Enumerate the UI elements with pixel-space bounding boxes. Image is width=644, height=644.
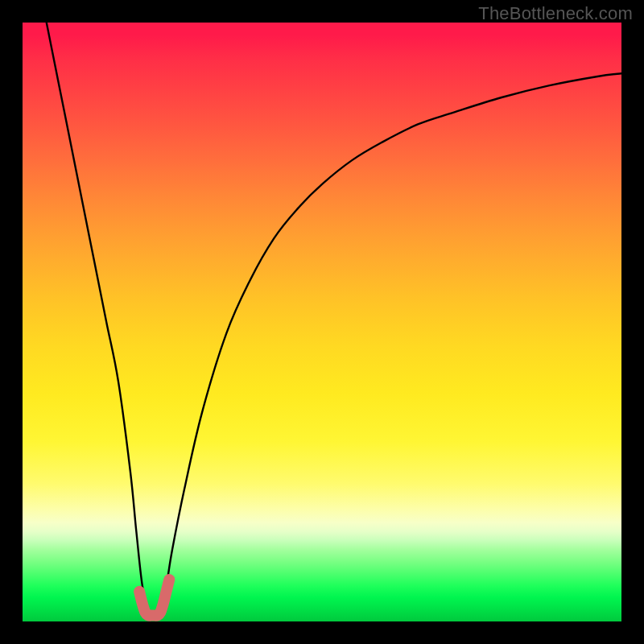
main-curve: [47, 23, 621, 616]
watermark-text: TheBottleneck.com: [478, 3, 633, 24]
plot-area: [23, 23, 621, 621]
bottleneck-highlight-curve: [139, 580, 169, 616]
chart-frame: TheBottleneck.com: [0, 0, 644, 644]
curve-layer: [23, 23, 621, 621]
